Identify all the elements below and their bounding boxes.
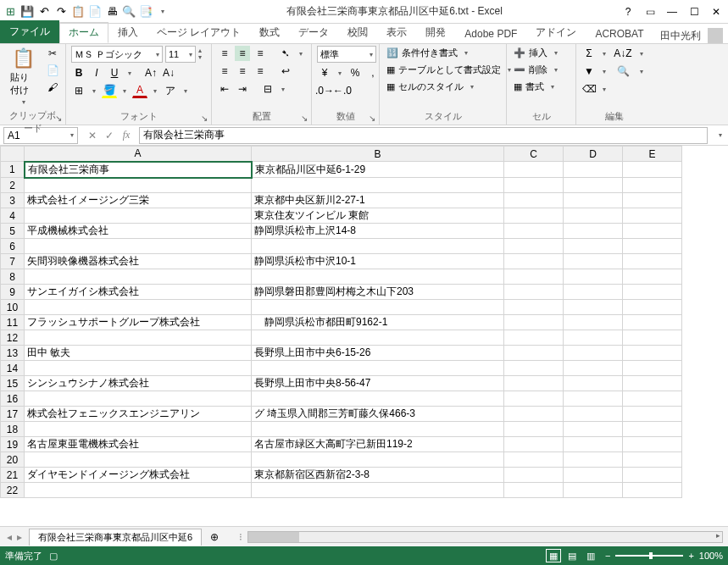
- cell[interactable]: [623, 452, 682, 468]
- cell[interactable]: 東京住友ツインビル 東館: [252, 208, 504, 224]
- cell[interactable]: [564, 178, 623, 193]
- row-header[interactable]: 5: [1, 224, 25, 239]
- formula-expand-icon[interactable]: ▾: [713, 131, 728, 139]
- qat-icon-5[interactable]: 📑: [139, 5, 153, 19]
- merge-icon[interactable]: ⊟: [260, 81, 275, 97]
- tab-formulas[interactable]: 数式: [250, 22, 289, 43]
- help-icon[interactable]: ?: [620, 3, 636, 20]
- cell[interactable]: [25, 178, 252, 193]
- row-header[interactable]: 4: [1, 208, 25, 224]
- font-name-combo[interactable]: ＭＳ Ｐゴシック▾: [71, 46, 163, 63]
- qat-icon-1[interactable]: 📋: [71, 5, 85, 19]
- cell[interactable]: [623, 407, 682, 422]
- cell[interactable]: [564, 361, 623, 376]
- increase-font-icon[interactable]: A↑: [143, 65, 158, 80]
- format-cells-button[interactable]: ▦書式▾: [512, 80, 559, 94]
- cell[interactable]: [504, 285, 564, 300]
- cell[interactable]: [252, 483, 504, 498]
- cell[interactable]: 東京都品川区中延6-1-29: [252, 162, 504, 178]
- tab-pagelayout[interactable]: ページ レイアウト: [147, 22, 250, 43]
- row-header[interactable]: 12: [1, 330, 25, 346]
- undo-icon[interactable]: ↶: [37, 5, 51, 19]
- fill-color-icon[interactable]: 🪣: [102, 83, 117, 98]
- cell[interactable]: [504, 407, 564, 422]
- maximize-icon[interactable]: ☐: [686, 3, 703, 20]
- worksheet[interactable]: ABCDE 1有限会社三栄商事東京都品川区中延6-1-2923株式会社イメージン…: [0, 146, 728, 526]
- cell[interactable]: [564, 376, 623, 391]
- qat-customize-icon[interactable]: ▾: [156, 5, 169, 19]
- cell[interactable]: [25, 361, 252, 376]
- italic-icon[interactable]: I: [89, 65, 104, 80]
- cell[interactable]: [564, 239, 623, 254]
- find-icon[interactable]: 🔍: [612, 64, 634, 79]
- cell[interactable]: [504, 422, 564, 437]
- cell[interactable]: シンシュウシナノ株式会社: [25, 376, 252, 391]
- align-bottom-icon[interactable]: ≡: [253, 46, 268, 61]
- zoom-slider[interactable]: [615, 555, 683, 557]
- border-icon[interactable]: ⊞: [71, 83, 86, 98]
- align-left-icon[interactable]: ≡: [217, 64, 232, 79]
- cell[interactable]: [504, 208, 564, 224]
- row-header[interactable]: 8: [1, 269, 25, 285]
- cell[interactable]: [564, 422, 623, 437]
- cell[interactable]: [504, 254, 564, 269]
- cell[interactable]: [623, 437, 682, 452]
- tab-review[interactable]: 校閲: [338, 22, 377, 43]
- row-header[interactable]: 16: [1, 391, 25, 407]
- cell[interactable]: [564, 391, 623, 407]
- row-header[interactable]: 21: [1, 468, 25, 483]
- font-color-icon[interactable]: A: [132, 83, 147, 98]
- format-painter-icon[interactable]: 🖌: [45, 80, 60, 95]
- row-header[interactable]: 2: [1, 178, 25, 193]
- row-header[interactable]: 7: [1, 254, 25, 269]
- cancel-icon[interactable]: ✕: [85, 128, 100, 143]
- orientation-icon[interactable]: ➷: [278, 46, 293, 61]
- tab-data[interactable]: データ: [289, 22, 338, 43]
- enter-icon[interactable]: ✓: [102, 128, 117, 143]
- align-middle-icon[interactable]: ≡: [235, 46, 250, 61]
- cell[interactable]: [504, 468, 564, 483]
- align-top-icon[interactable]: ≡: [217, 46, 232, 61]
- row-header[interactable]: 10: [1, 300, 25, 315]
- cell[interactable]: 東京都中央区新川2-27-1: [252, 193, 504, 208]
- redo-icon[interactable]: ↷: [54, 5, 68, 19]
- cell[interactable]: [623, 483, 682, 498]
- cell[interactable]: [623, 361, 682, 376]
- decrease-decimal-icon[interactable]: ←.0: [335, 83, 350, 98]
- copy-icon[interactable]: 📄: [45, 63, 60, 78]
- cell[interactable]: [25, 239, 252, 254]
- cell[interactable]: [504, 315, 564, 330]
- cell[interactable]: 静岡県浜松市都田町9162-1: [252, 315, 504, 330]
- zoom-in-icon[interactable]: +: [688, 551, 693, 561]
- paste-dropdown-icon[interactable]: ▾: [19, 98, 29, 106]
- tab-insert[interactable]: 挿入: [108, 22, 147, 43]
- cell[interactable]: [564, 315, 623, 330]
- cell[interactable]: [564, 162, 623, 178]
- cell[interactable]: [564, 208, 623, 224]
- cell[interactable]: 矢間羽映像機器株式会社: [25, 254, 252, 269]
- cell[interactable]: 静岡県磐田郡豊岡村梅之木山下203: [252, 285, 504, 300]
- row-header[interactable]: 6: [1, 239, 25, 254]
- cell[interactable]: [25, 391, 252, 407]
- cell[interactable]: [623, 300, 682, 315]
- save-icon[interactable]: 💾: [20, 5, 34, 19]
- cell[interactable]: 長野県上田市中央6-15-26: [252, 346, 504, 361]
- zoom-control[interactable]: − + 100%: [605, 551, 723, 561]
- cell[interactable]: [504, 391, 564, 407]
- cell[interactable]: [564, 300, 623, 315]
- cell[interactable]: 静岡県浜松市上沢14-8: [252, 224, 504, 239]
- cell[interactable]: グ 埼玉県入間郡三芳町藤久保466-3: [252, 407, 504, 422]
- cell[interactable]: [504, 361, 564, 376]
- tab-view[interactable]: 表示: [377, 22, 416, 43]
- cell[interactable]: [504, 330, 564, 346]
- cell[interactable]: サンエイガイシ株式会社: [25, 285, 252, 300]
- user-name[interactable]: 田中光利: [660, 29, 701, 43]
- tab-acrobat[interactable]: ACROBAT: [586, 25, 653, 43]
- insert-cells-button[interactable]: ➕挿入▾: [512, 46, 563, 60]
- cell[interactable]: [252, 361, 504, 376]
- cell[interactable]: フラッシュサポートグループ株式会社: [25, 315, 252, 330]
- cell[interactable]: [564, 330, 623, 346]
- cell[interactable]: [252, 300, 504, 315]
- comma-icon[interactable]: ,: [365, 65, 381, 80]
- percent-icon[interactable]: %: [347, 65, 363, 80]
